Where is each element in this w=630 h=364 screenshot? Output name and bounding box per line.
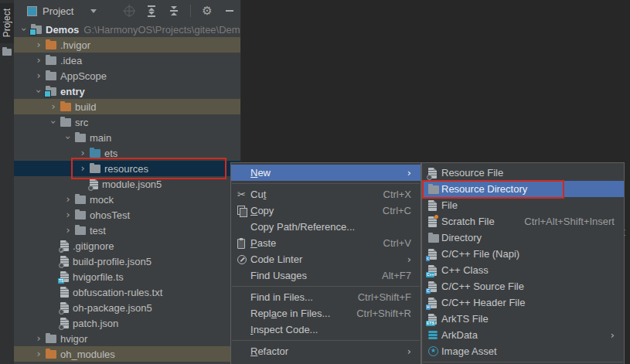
menu-item-find-usages[interactable]: Find UsagesAlt+F7 (231, 267, 421, 284)
cut-icon: ✂ (237, 189, 246, 199)
settings-gear-icon: ⚙ (202, 5, 212, 17)
menu-item-refactor[interactable]: Refactor› (231, 343, 421, 359)
menu-icon-slot (428, 185, 441, 194)
arkdata-icon (428, 330, 438, 340)
tree-row-appscope[interactable]: ›AppScope (14, 68, 240, 83)
tree-row-patch-json[interactable]: ›patch.json (14, 315, 240, 331)
tree-item-label: .gitignore (73, 240, 114, 252)
resource-file-icon (428, 168, 437, 179)
menu-item-c-c-header-file[interactable]: HC/C++ Header File (422, 294, 624, 311)
tree-row-resources[interactable]: ›resources (14, 161, 240, 176)
menu-item-arkts-file[interactable]: ETSArkTS File (422, 311, 624, 327)
chevron-down-icon[interactable]: › (61, 131, 75, 145)
menu-item-c-class[interactable]: C++C++ Class (422, 262, 624, 278)
menu-item-inspect-code[interactable]: Inspect Code... (231, 321, 421, 338)
menu-item-c-c-file-napi[interactable]: cC/C++ File (Napi) (422, 246, 624, 262)
tree-row-test[interactable]: ›test (14, 223, 240, 238)
chevron-right-icon[interactable]: › (76, 162, 90, 175)
chevron-down-icon[interactable]: › (46, 115, 60, 129)
tree-row-src[interactable]: ›src (14, 114, 240, 130)
project-panel: Project ⚙ ›DemosG:\HarmonyOS\Projects\gi… (14, 0, 241, 364)
menu-item-c-c-source-file[interactable]: CC/C++ Source File (422, 278, 624, 294)
folder-menu-icon (428, 234, 439, 243)
locate-button[interactable] (123, 5, 135, 17)
menu-item-label: Directory (441, 232, 482, 243)
tree-row-module-json5[interactable]: ›module.json5 (14, 176, 240, 192)
expand-all-button[interactable] (145, 5, 158, 17)
menu-item-new[interactable]: New› (231, 165, 421, 181)
panel-settings-button[interactable]: ⚙ (201, 5, 213, 17)
tree-row-demos[interactable]: ›DemosG:\HarmonyOS\Projects\gitee\Dem (14, 22, 240, 37)
menu-item-copy-path-reference[interactable]: Copy Path/Reference... (231, 219, 421, 235)
menu-item-label: C++ Class (441, 264, 489, 276)
menu-item-directory[interactable]: Directory (422, 230, 624, 246)
tree-row-idea[interactable]: ›.idea (14, 53, 240, 68)
chevron-down-icon[interactable] (90, 9, 97, 13)
tree-item-label: AppScope (60, 70, 107, 82)
folder-icon[interactable] (2, 49, 12, 56)
tree-row-build-profile-json5[interactable]: ›build-profile.json5 (14, 253, 240, 269)
menu-shortcut: Ctrl+C (367, 205, 411, 216)
menu-item-label: Inspect Code... (250, 324, 318, 335)
menu-icon-slot: C (428, 281, 441, 292)
menu-item-image-asset[interactable]: ★Image Asset (422, 343, 624, 359)
menu-item-label: C/C++ Header File (441, 297, 525, 308)
hide-panel-button[interactable] (223, 5, 236, 17)
chevron-right-icon[interactable]: › (46, 100, 60, 114)
menu-icon-slot (428, 330, 441, 340)
menu-separator (423, 362, 623, 362)
menu-item-scratch-file[interactable]: Scratch FileCtrl+Alt+Shift+Insert (422, 213, 624, 230)
tree-row-main[interactable]: ›main (14, 130, 240, 145)
new-submenu: Resource FileResource DirectoryFileScrat… (421, 162, 625, 364)
tree-row-hvigor[interactable]: ›hvigor (14, 331, 240, 346)
menu-item-code-linter[interactable]: Code Linter› (231, 251, 421, 267)
tree-row-ets[interactable]: ›ets (14, 145, 240, 161)
tree-row-build[interactable]: ›build (14, 99, 240, 114)
folder-gray-icon (46, 56, 56, 65)
tree-item-label: .idea (60, 55, 82, 66)
project-stripe-button[interactable]: Project (0, 3, 14, 43)
locate-icon (124, 6, 135, 16)
tree-item-label: ets (104, 148, 117, 159)
menu-item-find-in-files[interactable]: Find in Files...Ctrl+Shift+F (231, 289, 421, 305)
menu-item-label: Copy (250, 205, 274, 216)
c-napi-file-icon: c (428, 249, 437, 260)
json5-file-icon (90, 179, 98, 189)
tree-row-gitignore[interactable]: ›.gitignore (14, 238, 240, 253)
tree-row-hvigorfile-ts[interactable]: ›TShvigorfile.ts (14, 269, 240, 284)
tree-row-entry[interactable]: ›entry (14, 83, 240, 99)
menu-item-paste[interactable]: PasteCtrl+V (231, 235, 421, 251)
menu-item-cut[interactable]: ✂CutCtrl+X (231, 186, 421, 202)
chevron-right-icon[interactable]: › (32, 69, 46, 83)
menu-icon-slot (428, 233, 441, 243)
menu-item-copy[interactable]: CopyCtrl+C (231, 202, 421, 219)
menu-item-arkdata[interactable]: ArkData› (422, 327, 624, 343)
tree-row-mock[interactable]: ›mock (14, 192, 240, 207)
menu-icon-slot (428, 200, 441, 211)
menu-icon-slot: C++ (428, 265, 441, 276)
tree-item-label: build-profile.json5 (73, 256, 152, 267)
tree-row-obfuscation-rules-txt[interactable]: ›obfuscation-rules.txt (14, 284, 240, 300)
tree-row-hvigor[interactable]: ›.hvigor (14, 37, 240, 53)
menu-item-resource-directory[interactable]: Resource Directory (422, 181, 624, 197)
chevron-right-icon[interactable]: › (32, 347, 46, 361)
tree-row-oh-package-json5[interactable]: ›oh-package.json5 (14, 300, 240, 315)
menu-item-replace-in-files[interactable]: Replace in Files...Ctrl+Shift+R (231, 305, 421, 321)
chevron-right-icon[interactable]: › (61, 223, 75, 237)
chevron-right-icon[interactable]: › (32, 38, 46, 52)
tree-row-ohostest[interactable]: ›ohosTest (14, 207, 240, 223)
chevron-right-icon[interactable]: › (76, 146, 90, 160)
menu-item-file[interactable]: File (422, 197, 624, 213)
project-path: G:\HarmonyOS\Projects\gitee\Dem (83, 24, 240, 36)
collapse-all-button[interactable] (168, 5, 180, 17)
menu-shortcut: Ctrl+Shift+F (342, 291, 411, 303)
chevron-right-icon[interactable]: › (61, 208, 75, 222)
chevron-right-icon[interactable]: › (32, 332, 46, 345)
menu-item-label: Find in Files... (250, 291, 313, 303)
tree-item-label: module.json5 (102, 179, 162, 190)
menu-item-resource-file[interactable]: Resource File (422, 165, 624, 181)
submenu-arrow-icon: › (407, 253, 411, 265)
chevron-right-icon[interactable]: › (61, 192, 75, 206)
chevron-right-icon[interactable]: › (32, 53, 46, 67)
tree-row-oh-modules[interactable]: ›oh_modules (14, 346, 240, 362)
